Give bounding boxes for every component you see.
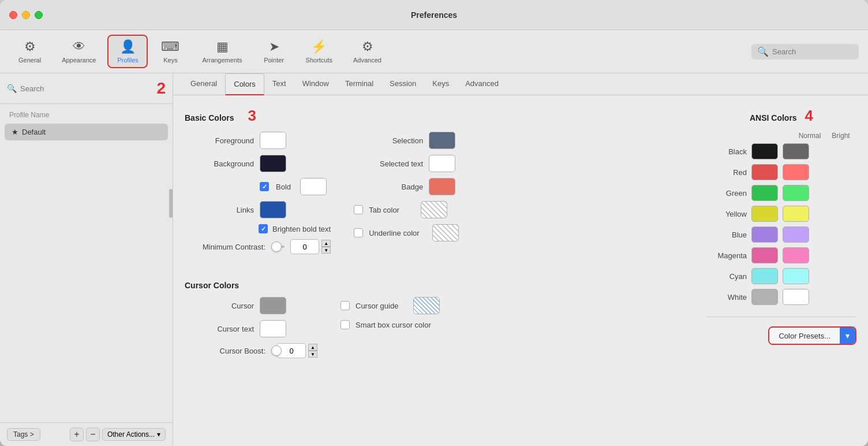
ansi-normal-swatch-red[interactable] — [751, 164, 778, 180]
toolbar-item-profiles[interactable]: 👤 Profiles — [107, 35, 148, 68]
tab-colors[interactable]: Colors — [225, 73, 264, 95]
ansi-bright-swatch-black[interactable] — [783, 143, 809, 159]
toolbar-item-advanced[interactable]: ⚙ Advanced — [344, 35, 391, 68]
chevron-down-icon: ▾ — [845, 331, 850, 340]
cursor-guide-swatch[interactable] — [413, 297, 440, 314]
stepper-down[interactable]: ▼ — [321, 247, 331, 254]
min-contrast-slider[interactable] — [271, 246, 285, 248]
basic-colors-right: Selection Selected text — [354, 132, 459, 260]
ansi-normal-swatch-yellow[interactable] — [751, 206, 778, 222]
bold-swatch[interactable] — [300, 178, 327, 195]
underline-color-row: Underline color — [354, 224, 459, 241]
tab-session[interactable]: Session — [381, 73, 424, 95]
badge-swatch[interactable] — [429, 178, 455, 195]
cursor-colors-left: Cursor Cursor text Curso — [185, 297, 317, 364]
toolbar-item-shortcuts[interactable]: ⚡ Shortcuts — [297, 35, 342, 68]
tab-terminal[interactable]: Terminal — [337, 73, 381, 95]
cursor-boost-stepper: ▲ ▼ — [308, 344, 317, 358]
tab-window[interactable]: Window — [294, 73, 337, 95]
cursor-boost-thumb[interactable] — [271, 345, 282, 356]
toolbar-item-pointer[interactable]: ➤ Pointer — [254, 35, 294, 68]
slider-thumb[interactable] — [271, 241, 282, 252]
toolbar-item-general[interactable]: ⚙ General — [9, 35, 50, 68]
ansi-normal-swatch-black[interactable] — [751, 143, 778, 159]
cursor-stepper-down[interactable]: ▼ — [308, 351, 317, 358]
tab-general[interactable]: General — [182, 73, 225, 95]
ansi-bright-swatch-cyan[interactable] — [783, 268, 809, 284]
selection-swatch[interactable] — [429, 132, 455, 149]
toolbar-item-keys[interactable]: ⌨ Keys — [150, 35, 190, 68]
ansi-colors-section: ANSI Colors 4 Normal Bright Black Red Gr… — [706, 107, 856, 434]
zoom-button[interactable] — [35, 11, 43, 19]
remove-profile-button[interactable]: − — [86, 428, 100, 441]
ansi-label-white: White — [706, 293, 747, 302]
tab-keys[interactable]: Keys — [424, 73, 457, 95]
ansi-bright-swatch-yellow[interactable] — [783, 206, 809, 222]
foreground-row: Foreground — [185, 132, 331, 149]
background-swatch[interactable] — [260, 155, 286, 172]
underline-color-swatch[interactable] — [432, 224, 459, 241]
ansi-normal-swatch-green[interactable] — [751, 185, 778, 201]
ansi-bright-swatch-red[interactable] — [783, 164, 809, 180]
min-contrast-row: Minimum Contrast: 0 ▲ ▼ — [185, 239, 331, 254]
ansi-bright-swatch-green[interactable] — [783, 185, 809, 201]
tab-text[interactable]: Text — [264, 73, 294, 95]
toolbar: ⚙ General 👁 Appearance 👤 Profiles ⌨ Keys… — [0, 30, 868, 73]
ansi-label-yellow: Yellow — [706, 210, 747, 218]
close-button[interactable] — [9, 11, 17, 19]
ansi-bright-swatch-blue[interactable] — [783, 226, 809, 243]
bold-text-label: Bold — [276, 183, 291, 191]
cursor-colors-section: Cursor Colors Cursor Cursor tex — [185, 281, 689, 364]
min-contrast-label: Minimum Contrast: — [185, 243, 265, 251]
ansi-normal-swatch-cyan[interactable] — [751, 268, 778, 284]
scrollbar[interactable] — [169, 189, 173, 218]
ansi-normal-swatch-magenta[interactable] — [751, 247, 778, 263]
brighten-bold-checkbox[interactable] — [259, 224, 268, 233]
bold-checkbox[interactable] — [260, 182, 269, 191]
ansi-normal-swatch-white[interactable] — [751, 289, 778, 305]
sidebar-search-input[interactable] — [20, 84, 151, 93]
keyboard-icon: ⌨ — [161, 39, 179, 54]
ansi-normal-swatch-blue[interactable] — [751, 226, 778, 243]
tab-advanced[interactable]: Advanced — [457, 73, 507, 95]
gear-icon: ⚙ — [24, 39, 36, 54]
ansi-label-blue: Blue — [706, 231, 747, 239]
links-label: Links — [185, 206, 254, 214]
ansi-bright-swatch-magenta[interactable] — [783, 247, 809, 263]
color-presets-arrow-btn[interactable]: ▾ — [840, 328, 855, 344]
tags-button[interactable]: Tags > — [7, 428, 40, 441]
add-profile-button[interactable]: + — [70, 428, 84, 441]
toolbar-item-arrangements[interactable]: ▦ Arrangements — [193, 35, 251, 68]
annotation-4: 4 — [805, 107, 813, 124]
color-presets-main-btn[interactable]: Color Presets... — [769, 328, 840, 344]
tab-color-checkbox[interactable] — [354, 205, 363, 214]
ansi-label-magenta: Magenta — [706, 251, 747, 260]
cursor-swatch[interactable] — [260, 297, 286, 314]
color-presets-button[interactable]: Color Presets... ▾ — [768, 326, 856, 345]
selected-text-swatch[interactable] — [429, 155, 455, 172]
colors-main: Basic Colors 3 Foreground — [185, 107, 689, 434]
basic-colors-left: Foreground Background — [185, 132, 331, 260]
ansi-bright-swatch-white[interactable] — [783, 289, 809, 305]
underline-color-checkbox[interactable] — [354, 228, 363, 237]
stepper-up[interactable]: ▲ — [321, 240, 331, 247]
links-swatch[interactable] — [260, 201, 286, 218]
ansi-row-white: White — [706, 289, 856, 305]
other-actions-label: Other Actions... — [107, 430, 155, 438]
cursor-guide-checkbox[interactable] — [341, 301, 350, 310]
smart-box-checkbox[interactable] — [341, 320, 350, 329]
profile-item-default[interactable]: ★ Default — [5, 124, 168, 140]
minimize-button[interactable] — [22, 11, 30, 19]
advanced-icon: ⚙ — [362, 39, 373, 54]
cursor-stepper-up[interactable]: ▲ — [308, 344, 317, 351]
cursor-text-swatch[interactable] — [260, 320, 286, 337]
window-title: Preferences — [411, 10, 457, 20]
cursor-label: Cursor — [185, 302, 254, 310]
tab-color-swatch[interactable] — [421, 201, 447, 218]
toolbar-item-appearance[interactable]: 👁 Appearance — [53, 35, 105, 68]
sidebar: 🔍 2 Profile Name ★ Default Tags > + − Ot… — [0, 73, 173, 446]
search-input[interactable] — [772, 47, 853, 56]
other-actions-button[interactable]: Other Actions... ▾ — [102, 428, 166, 441]
toolbar-search[interactable]: 🔍 — [751, 44, 859, 60]
foreground-swatch[interactable] — [260, 132, 286, 149]
